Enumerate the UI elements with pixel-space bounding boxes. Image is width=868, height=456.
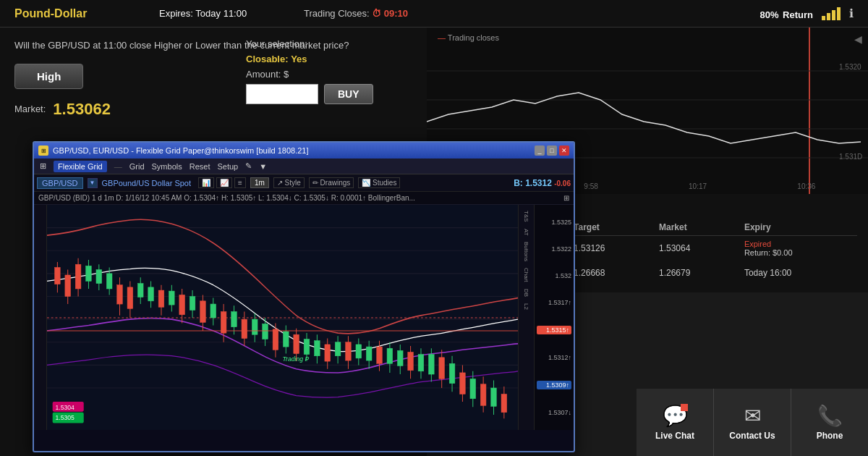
tos-chart-main: © 2011 @ TD Ameritrade IP Company, Inc: [47, 205, 518, 430]
svg-rect-95: [418, 355, 424, 371]
top-bar-right: 80% Return ℹ: [760, 5, 854, 22]
tos-menu-flexible-grid[interactable]: Flexible Grid: [54, 161, 107, 172]
svg-rect-45: [377, 347, 383, 363]
tos-menu-sep-1: —: [114, 162, 122, 171]
tos-chart-tool-1[interactable]: 📊: [198, 177, 214, 188]
svg-rect-83: [315, 341, 320, 356]
amount-input[interactable]: [246, 84, 318, 104]
tos-style-btn[interactable]: ↗ Style: [273, 177, 305, 188]
svg-rect-89: [366, 347, 372, 360]
tos-chart-svg: Trading P 1.5305 1.5304: [47, 205, 518, 430]
tos-menu-reset[interactable]: Reset: [190, 162, 210, 171]
tos-price-highlight: 1.5315↑: [537, 326, 571, 334]
amount-label: Amount: $: [246, 69, 373, 80]
tos-price-3: 1.532: [537, 272, 571, 279]
tos-tab-chart[interactable]: Chart: [522, 266, 530, 284]
trade-target-2: 1.26668: [568, 261, 653, 285]
tos-close-button[interactable]: ✕: [559, 145, 569, 156]
svg-rect-63: [137, 284, 143, 297]
svg-rect-97: [429, 355, 435, 374]
phone-section[interactable]: 📞 Phone: [791, 389, 868, 456]
high-button[interactable]: High: [14, 64, 83, 89]
tos-studies-btn[interactable]: 📉 Studies: [358, 177, 400, 188]
tos-price-axis: 1.5325 1.5322 1.532 1.5317↑ 1.5315↑ 1.53…: [534, 205, 574, 430]
tos-pair-desc: GBPound/US Dollar Spot: [102, 179, 192, 187]
tos-tab-buttons[interactable]: Buttons: [522, 240, 530, 263]
svg-text:1.5320: 1.5320: [839, 63, 861, 71]
phone-icon: 📞: [817, 404, 843, 428]
svg-rect-27: [158, 290, 164, 307]
tos-bid-change: -0.06: [554, 180, 571, 187]
svg-rect-69: [190, 297, 195, 311]
top-bar: Pound-Dollar Expires: Today 11:00 Tradin…: [0, 0, 868, 28]
tos-maximize-button[interactable]: □: [547, 145, 557, 156]
contact-us-icon: ✉: [744, 404, 761, 428]
closable-value: Yes: [291, 54, 307, 64]
tos-ohlc-data: GBP/USD (BID) 1 d 1m D: 1/16/12 10:45 AM…: [38, 194, 415, 202]
tos-tab-at[interactable]: AT: [522, 227, 530, 238]
svg-rect-47: [408, 352, 414, 370]
notification-dot: [681, 404, 688, 411]
market-label: Market:: [14, 104, 46, 114]
svg-rect-91: [387, 348, 393, 363]
svg-rect-33: [221, 312, 226, 334]
trade-return-1: Return: $0.00: [744, 248, 851, 257]
tos-menu-symbols[interactable]: Symbols: [152, 162, 182, 171]
svg-rect-31: [200, 301, 206, 323]
tos-app-icon: ⊞: [38, 145, 48, 156]
svg-rect-81: [304, 339, 310, 355]
svg-rect-73: [231, 312, 237, 327]
svg-rect-55: [501, 394, 507, 412]
info-icon[interactable]: ℹ: [849, 7, 854, 20]
tos-tab-ts[interactable]: T&S: [522, 208, 530, 224]
tos-menu-grid[interactable]: Grid: [129, 162, 145, 171]
selection-panel: Your selection: Closable: Yes Amount: $ …: [246, 38, 373, 104]
svg-rect-85: [335, 342, 341, 356]
svg-rect-29: [179, 295, 185, 314]
svg-rect-103: [491, 388, 497, 406]
trade-expiry-1: Expired: [744, 240, 851, 248]
tos-data-bar: GBP/USD (BID) 1 d 1m D: 1/16/12 10:45 AM…: [34, 192, 574, 205]
tos-menu-arrow[interactable]: ▼: [259, 162, 267, 171]
buy-button[interactable]: BUY: [324, 84, 373, 104]
th-market: Market: [653, 219, 739, 236]
tos-menu-setup[interactable]: Setup: [217, 162, 238, 171]
th-target: Target: [568, 219, 653, 236]
tos-timeframe[interactable]: 1m: [250, 177, 269, 188]
trade-target-1: 1.53126: [568, 236, 653, 261]
svg-rect-71: [210, 304, 216, 318]
trade-market-1: 1.53064: [653, 236, 739, 261]
tos-minimize-button[interactable]: _: [535, 145, 545, 156]
selection-label: Your selection:: [246, 38, 373, 49]
tos-drawings-btn[interactable]: ✏ Drawings: [309, 177, 354, 188]
tos-window: ⊞ GBP/USD, EUR/USD - Flexible Grid Paper…: [33, 141, 575, 452]
return-percentage: 80% Return: [760, 5, 813, 22]
tos-chart-tool-2[interactable]: 📈: [216, 177, 232, 188]
tos-chart-tool-3[interactable]: ≡: [234, 177, 246, 188]
time-label-4: 10:36: [797, 182, 815, 190]
tos-tab-db[interactable]: DB: [522, 287, 530, 299]
svg-rect-65: [148, 287, 154, 301]
tos-menu-extra-icon[interactable]: ✎: [245, 161, 252, 171]
tos-tab-l2[interactable]: L2: [522, 301, 530, 312]
tos-expand-icon[interactable]: ⊞: [563, 194, 569, 202]
expires-label: Expires: Today 11:00: [159, 8, 304, 19]
tos-chart-subbar: GBP/USD ▼ GBPound/US Dollar Spot 📊 📈 ≡ 1…: [34, 174, 574, 192]
closable-row: Closable: Yes: [246, 54, 373, 64]
svg-rect-23: [117, 285, 123, 304]
live-chat-section[interactable]: 💬 Live Chat: [637, 389, 714, 456]
tos-price-6: 1.5307↓: [537, 409, 571, 416]
signal-icon: [822, 7, 841, 20]
svg-rect-77: [263, 324, 268, 339]
tos-pair-dropdown[interactable]: ▼: [88, 178, 98, 188]
svg-rect-49: [439, 358, 445, 379]
svg-rect-43: [346, 342, 352, 360]
svg-rect-21: [75, 264, 81, 289]
svg-rect-75: [252, 319, 258, 334]
svg-rect-59: [96, 270, 102, 284]
trade-expiry-2: Today 16:00: [739, 261, 857, 285]
trade-market-2: 1.26679: [653, 261, 739, 285]
contact-us-section[interactable]: ✉ Contact Us: [714, 389, 791, 456]
svg-text:1.531D: 1.531D: [839, 153, 862, 161]
tos-pair-selector[interactable]: GBP/USD: [37, 177, 83, 189]
